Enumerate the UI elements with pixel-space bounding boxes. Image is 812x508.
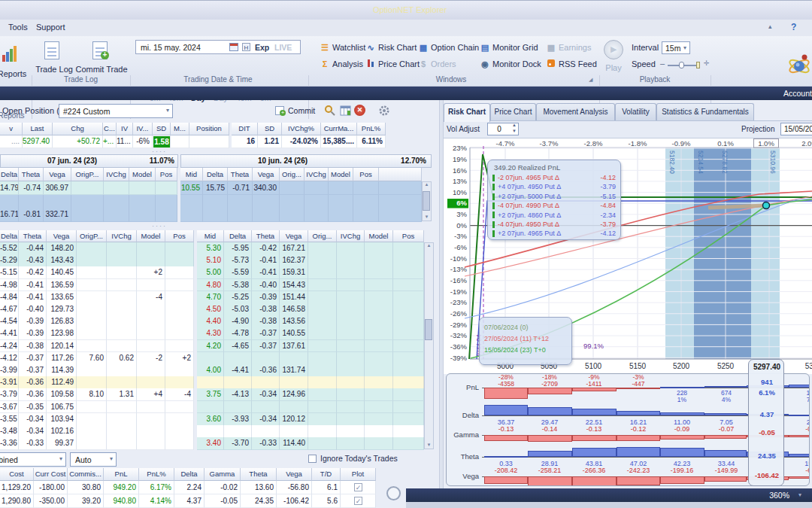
option-right-cell[interactable]: [337, 315, 365, 328]
option-left-cell[interactable]: [137, 413, 165, 426]
option-left-cell[interactable]: 109.58: [47, 388, 77, 401]
option-left-cell[interactable]: -3.48: [0, 425, 19, 438]
exp-left-header[interactable]: Model: [129, 168, 156, 181]
option-left-cell[interactable]: -4: [137, 291, 165, 304]
option-right-cell[interactable]: [224, 401, 252, 414]
option-right-cell[interactable]: 4.00: [197, 364, 224, 377]
option-right-cell[interactable]: [365, 413, 393, 426]
option-left-cell[interactable]: -0.41: [19, 291, 47, 304]
option-right-cell[interactable]: 143.56: [280, 315, 308, 328]
option-right-cell[interactable]: [365, 254, 393, 267]
option-left-cell[interactable]: [107, 315, 137, 328]
spinner-up-icon[interactable]: ▲: [512, 123, 517, 127]
option-right-cell[interactable]: -0.38: [252, 315, 280, 328]
exp-right-cell[interactable]: [379, 181, 422, 195]
option-right-cell[interactable]: -0.37: [252, 327, 280, 340]
option-right-cell[interactable]: [393, 242, 424, 255]
exp-right-cell[interactable]: -0.71: [228, 181, 253, 195]
option-left-cell[interactable]: [165, 254, 194, 267]
option-left-cell[interactable]: 1.31: [107, 388, 137, 401]
summary-header[interactable]: IV...: [133, 123, 153, 135]
summary-header[interactable]: IVChg%: [282, 123, 321, 135]
option-left-cell[interactable]: 7.60: [77, 352, 107, 365]
exp-right-cell[interactable]: 15.75: [203, 181, 228, 195]
option-right-cell[interactable]: [308, 364, 337, 377]
option-left-cell[interactable]: -3.55: [0, 413, 19, 426]
option-left-cell[interactable]: -3.67: [0, 401, 19, 414]
exp-left-cell[interactable]: [156, 208, 177, 221]
option-right-cell[interactable]: [337, 425, 365, 438]
exp-right-cell[interactable]: [203, 208, 228, 221]
expiry-header-left[interactable]: 07 jun. 24 (23) 11.07%: [0, 154, 178, 168]
history-icon[interactable]: H: [242, 43, 250, 51]
option-left-cell[interactable]: [77, 315, 107, 328]
option-right-cell[interactable]: [365, 279, 393, 292]
option-right-cell[interactable]: [252, 425, 280, 438]
option-right-cell[interactable]: 159.31: [280, 266, 308, 279]
option-left-cell[interactable]: [77, 279, 107, 292]
option-right-cell[interactable]: [308, 437, 337, 450]
exp-left-cell[interactable]: [129, 181, 156, 195]
exp-left-cell[interactable]: 306.97: [44, 181, 71, 195]
option-right-cell[interactable]: [308, 352, 337, 365]
option-left-cell[interactable]: [165, 303, 194, 316]
exp-right-cell[interactable]: [329, 195, 353, 208]
option-right-cell[interactable]: [197, 352, 224, 365]
option-right-cell[interactable]: [308, 291, 337, 304]
option-right-cell[interactable]: [308, 266, 337, 279]
speed-slider-handle[interactable]: [679, 62, 684, 68]
speed-plus-icon[interactable]: ✛: [704, 59, 710, 67]
option-left-header[interactable]: Theta: [19, 230, 47, 242]
option-left-cell[interactable]: [107, 340, 137, 353]
option-right-cell[interactable]: -0.41: [252, 266, 280, 279]
option-right-cell[interactable]: [337, 291, 365, 304]
option-left-cell[interactable]: [77, 340, 107, 353]
option-left-cell[interactable]: -0.40: [19, 303, 47, 316]
option-left-cell[interactable]: 136.59: [47, 279, 77, 292]
option-right-cell[interactable]: 3.40: [197, 437, 224, 450]
option-left-cell[interactable]: -0.42: [19, 266, 47, 279]
option-left-cell[interactable]: -5.15: [0, 266, 19, 279]
exp-label[interactable]: Exp: [255, 43, 269, 52]
option-right-cell[interactable]: [393, 388, 424, 401]
exp-left-header[interactable]: Delta: [0, 168, 19, 181]
option-right-cell[interactable]: [224, 376, 252, 389]
exp-left-header[interactable]: Vega: [44, 168, 71, 181]
option-left-header[interactable]: Pos: [165, 230, 194, 242]
totals-header[interactable]: PnL%: [139, 468, 174, 481]
gear-icon[interactable]: [378, 105, 390, 117]
option-right-cell[interactable]: 4.70: [197, 291, 224, 304]
option-left-cell[interactable]: [107, 413, 137, 426]
summary-header[interactable]: SD: [258, 123, 282, 135]
option-right-cell[interactable]: [365, 388, 393, 401]
option-right-cell[interactable]: 4.20: [197, 340, 224, 353]
option-left-cell[interactable]: -0.43: [19, 254, 47, 267]
option-right-header[interactable]: Model: [365, 230, 393, 242]
option-left-cell[interactable]: [165, 425, 194, 438]
exp-left-cell[interactable]: 16.71: [0, 208, 19, 221]
option-left-cell[interactable]: 103.94: [47, 413, 77, 426]
option-left-cell[interactable]: [107, 291, 137, 304]
option-left-header[interactable]: OrigP...: [77, 230, 107, 242]
ribbon-collapse-icon[interactable]: ▴: [768, 23, 772, 30]
option-right-cell[interactable]: -0.38: [252, 303, 280, 316]
option-left-cell[interactable]: [77, 327, 107, 340]
option-right-cell[interactable]: [224, 425, 252, 438]
option-left-cell[interactable]: [107, 437, 137, 450]
option-right-cell[interactable]: [365, 327, 393, 340]
option-left-cell[interactable]: [165, 266, 194, 279]
option-right-cell[interactable]: 4.80: [197, 279, 224, 292]
totals-header[interactable]: T/D: [312, 468, 341, 481]
totals-header[interactable]: Gamma: [205, 468, 241, 481]
option-left-cell[interactable]: 99.37: [47, 437, 77, 450]
exp-left-cell[interactable]: [129, 208, 156, 221]
monitor-grid-button[interactable]: ▤Monitor Grid: [480, 41, 538, 53]
exp-left-cell[interactable]: 14.79: [0, 181, 19, 195]
option-right-header[interactable]: Vega: [280, 230, 308, 242]
exp-left-cell[interactable]: -0.74: [19, 181, 44, 195]
option-left-cell[interactable]: -0.35: [19, 401, 47, 414]
exp-right-cell[interactable]: 10.55: [180, 181, 203, 195]
option-right-cell[interactable]: [365, 303, 393, 316]
option-left-cell[interactable]: [137, 254, 165, 267]
exp-right-header[interactable]: [379, 168, 422, 181]
